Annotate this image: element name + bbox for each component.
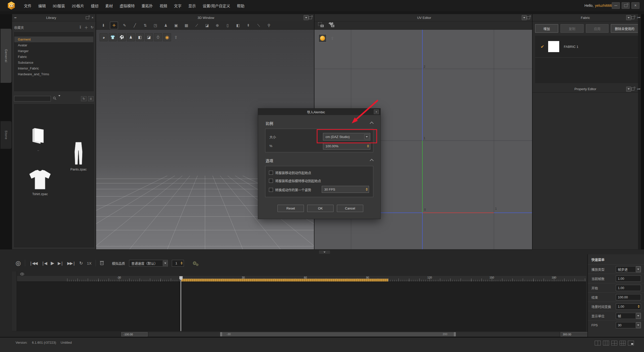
layout-grid-icon[interactable] [620, 341, 626, 345]
arrange-board-tool-icon[interactable]: ▣ [172, 22, 180, 29]
timeline-ruler[interactable]: -30 0 30 60 90 120 150 180 [17, 276, 586, 281]
walk-tool-icon[interactable]: ⚲ [265, 22, 273, 29]
scroll-slider[interactable]: -30 200 [220, 332, 456, 336]
tool-dropdown-icon[interactable]: ⬇ [100, 22, 107, 29]
fold-garment-tool-icon[interactable]: ⇅ [141, 22, 149, 29]
menu-settings[interactable]: 设置/用户自定义 [203, 3, 230, 8]
timeline-track-lane[interactable] [12, 281, 586, 331]
fabric-add-button[interactable]: 增加 [535, 24, 558, 33]
list-item[interactable]: Pants.zpac [65, 142, 92, 171]
menu-video[interactable]: 视频 [159, 3, 167, 8]
loop-button[interactable]: ↻ [79, 261, 83, 266]
move-tool-icon[interactable]: ✛ [110, 22, 118, 29]
tape-tool-icon[interactable]: ⟋ [193, 22, 200, 29]
pin-tool-icon[interactable]: ╱ [131, 22, 139, 29]
list-item[interactable]: Tshirt.zpac [22, 169, 58, 196]
chevron-down-icon[interactable] [636, 313, 641, 319]
go-to-start-button[interactable]: ❘◀◀ [29, 261, 37, 266]
check-icon[interactable]: ✔ [541, 44, 544, 49]
menu-display[interactable]: 显示 [188, 3, 196, 8]
show-mannequin-icon[interactable]: ⬯ [154, 33, 162, 41]
reload-icon[interactable]: ↻ [81, 96, 87, 101]
popout-icon[interactable] [631, 88, 634, 90]
uv-garment-snapshot-icon[interactable] [328, 22, 335, 29]
layout-custom-icon[interactable] [628, 341, 634, 345]
3d-window-menu-button[interactable] [304, 15, 309, 20]
close-button[interactable]: × [631, 2, 639, 9]
step-spinner[interactable]: 1 [172, 260, 184, 267]
menu-retopology[interactable]: 重拓扑 [141, 3, 153, 8]
flip-board-tool-icon[interactable]: ◳ [152, 22, 159, 29]
tab-store[interactable]: Store [1, 121, 12, 149]
favorite-item-interior-fabric[interactable]: Interior_Fabric [14, 65, 93, 71]
pleat-tool-icon[interactable]: ⇞ [245, 22, 252, 29]
next-frame-button[interactable]: ▶❘ [58, 261, 63, 266]
chevron-down-icon[interactable] [636, 266, 641, 272]
current-frame-input[interactable]: 1.00 [616, 275, 641, 282]
popout-icon[interactable] [86, 16, 89, 19]
fabric-swatch[interactable] [548, 41, 559, 52]
spin-up-icon[interactable] [638, 305, 640, 306]
menu-help[interactable]: 帮助 [237, 3, 245, 8]
zipper-tool-icon[interactable]: ▯ [224, 22, 231, 29]
spin-up-icon[interactable] [367, 145, 369, 146]
menu-material[interactable]: 素材 [105, 3, 113, 8]
play-type-dropdown[interactable]: 帧步进 [616, 266, 641, 272]
spin-down-icon[interactable] [366, 190, 368, 191]
go-to-end-button[interactable]: ▶▶❘ [67, 261, 75, 266]
library-header[interactable]: ➡ Library × [12, 14, 96, 21]
show-shirt-icon[interactable]: 👕 [109, 33, 117, 41]
playhead-line[interactable] [181, 280, 181, 331]
popout-icon[interactable] [309, 16, 312, 19]
animation-settings-gears-icon[interactable]: ⚙⚙ [192, 260, 200, 266]
uv-upload-icon[interactable]: ⇪ [329, 34, 336, 42]
slider-left-handle[interactable] [220, 332, 222, 336]
refresh-icon[interactable]: ↻ [91, 25, 94, 29]
menu-sewing[interactable]: 缝纫 [91, 3, 98, 8]
show-garment-icon[interactable]: ◕ [100, 33, 108, 41]
minimize-button[interactable]: ─ [612, 2, 620, 9]
measure-tool-icon[interactable]: ⟍ [255, 22, 262, 29]
percent-spinner[interactable]: 100.00% [323, 143, 370, 150]
menu-avatar[interactable]: 虚拟模特 [119, 3, 135, 8]
chevron-down-icon[interactable] [636, 322, 641, 328]
reset-button[interactable]: Reset [277, 205, 304, 212]
spin-down-icon[interactable] [181, 263, 183, 265]
previous-frame-button[interactable]: ❘◀ [41, 261, 47, 266]
fps-spinner[interactable]: 30 FPS [322, 186, 369, 193]
move-garment-checkbox[interactable] [269, 171, 273, 175]
uv-texture-sphere-icon[interactable] [318, 34, 327, 42]
range-max-box[interactable]: 300.00 [560, 332, 588, 336]
show-avatar-icon[interactable]: ♟ [127, 33, 135, 41]
spin-up-icon[interactable] [366, 188, 368, 189]
globe-texture-icon[interactable]: ◉ [163, 33, 171, 41]
fabric-menu-button[interactable] [626, 15, 631, 20]
username[interactable]: yeluzhi666 [595, 4, 612, 8]
fps-dropdown[interactable]: 30 [616, 322, 641, 328]
list-item[interactable]: .. [24, 127, 52, 152]
dock-arrow-icon[interactable]: ➡ [638, 16, 640, 19]
show-seam-icon[interactable]: ◪ [145, 33, 153, 41]
menu-file[interactable]: 文件 [24, 3, 31, 8]
dock-arrow-icon[interactable]: ➡ [638, 87, 640, 91]
spin-down-icon[interactable] [367, 146, 369, 148]
chevron-down-icon[interactable] [163, 260, 168, 266]
grid-tool-icon[interactable]: ▦ [183, 22, 190, 29]
favorite-item-avatar[interactable]: Avatar [14, 42, 93, 48]
dock-arrow-icon[interactable]: ➡ [14, 16, 17, 19]
panel-tool-icon[interactable]: ◧ [234, 22, 242, 29]
fabric-header[interactable]: Fabric × [533, 14, 641, 21]
collapse-handle[interactable] [319, 251, 330, 254]
move-garment-avatar-checkbox[interactable] [269, 179, 273, 183]
popout-icon[interactable] [631, 16, 634, 19]
favorite-item-substance[interactable]: Substance [14, 60, 93, 65]
add-icon[interactable]: ＋ [84, 25, 88, 30]
sim-quality-dropdown[interactable]: 普通速度（默认） [129, 260, 168, 267]
delete-animation-icon[interactable] [100, 260, 104, 266]
menu-text[interactable]: 文字 [174, 3, 181, 8]
list-view-icon[interactable]: ☰ [88, 96, 94, 101]
sewing-tool-icon[interactable]: ◪ [203, 22, 211, 29]
slider-right-handle[interactable] [454, 332, 456, 336]
fabric-list-item[interactable]: ✔ FABRIC 1 [535, 36, 638, 58]
record-button[interactable]: ◎ [16, 260, 21, 267]
